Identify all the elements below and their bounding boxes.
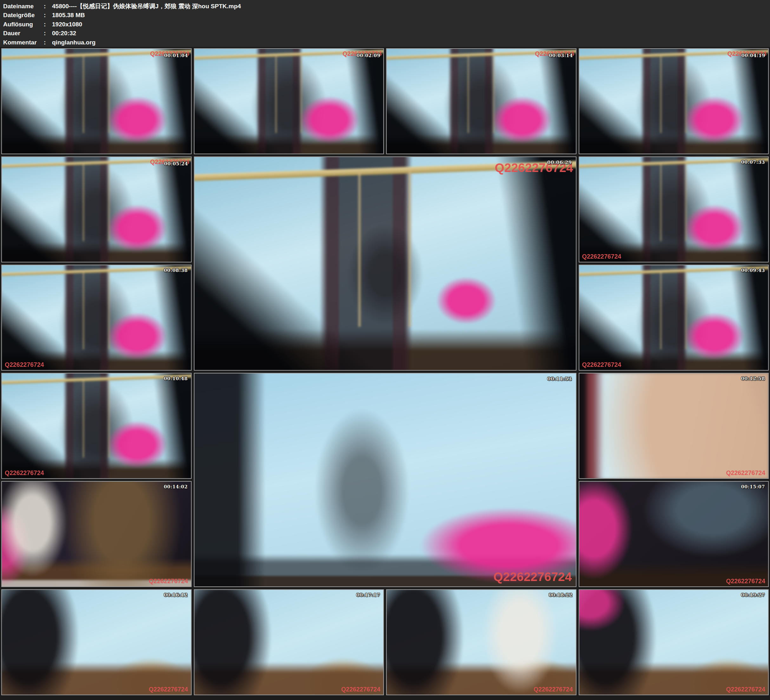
thumbnail: Q2262276724 00:17:17 (194, 589, 384, 695)
watermark-text: Q2262276724 (5, 469, 44, 476)
video-frame-placeholder (579, 48, 769, 154)
timestamp-overlay: 00:04:19 (741, 53, 765, 58)
timestamp-overlay: 00:10:48 (164, 376, 188, 381)
thumbnail-large: Q2262276724 00:11:53 (194, 373, 576, 587)
duration-value: 00:20:32 (52, 29, 76, 38)
thumbnail: Q2262276724 00:19:27 (579, 589, 769, 695)
field-label: Dateigröße (3, 11, 44, 19)
field-label: Auflösung (3, 20, 44, 29)
video-frame-placeholder (194, 373, 576, 587)
thumbnail: Q2262276724 00:18:22 (386, 589, 576, 695)
video-frame-placeholder (579, 265, 769, 371)
thumbnail: Q2262276724 00:14:02 (1, 481, 192, 587)
thumbnail: Q2262276724 00:04:19 (579, 48, 769, 154)
watermark-text: Q2262276724 (149, 686, 188, 693)
thumbnail: Q2262276724 00:09:43 (579, 265, 769, 371)
comment-value: qinglanhua.org (52, 38, 95, 47)
field-separator: : (44, 2, 52, 11)
video-frame-placeholder (386, 48, 576, 154)
thumbnail-grid: Q2262276724 00:01:04 Q2262276724 00:02:0… (1, 48, 769, 695)
field-separator: : (44, 29, 52, 38)
timestamp-overlay: 00:06:29 (547, 160, 572, 165)
field-label: Kommentar (3, 38, 44, 47)
thumbnail: Q2262276724 00:08:38 (1, 265, 192, 371)
thumbnail: Q2262276724 00:05:24 (1, 156, 192, 262)
video-frame-placeholder (194, 156, 576, 371)
video-frame-placeholder (194, 589, 384, 695)
video-frame-placeholder (579, 589, 769, 695)
file-info-header: Dateiname : 45800----【悦感日记】伪娘体验吊缚调J，郊狼 震… (0, 0, 770, 47)
resolution-value: 1920x1080 (52, 20, 82, 29)
timestamp-overlay: 00:02:09 (357, 53, 380, 58)
video-frame-placeholder (194, 48, 384, 154)
field-duration: Dauer : 00:20:32 (3, 29, 770, 38)
timestamp-overlay: 00:09:43 (741, 267, 765, 273)
video-frame-placeholder (1, 156, 192, 262)
watermark-text: Q2262276724 (341, 686, 380, 693)
thumbnail: Q2262276724 00:07:33 (579, 156, 769, 262)
timestamp-overlay: 00:18:22 (548, 592, 573, 598)
timestamp-overlay: 00:08:38 (164, 267, 188, 273)
thumbnail: Q2262276724 00:16:12 (1, 589, 192, 695)
thumbnail-large: Q2262276724 00:06:29 (194, 156, 576, 371)
timestamp-overlay: 00:19:27 (741, 592, 765, 598)
field-comment: Kommentar : qinglanhua.org (3, 38, 770, 47)
thumbnail: Q2262276724 00:10:48 (1, 373, 192, 479)
filename-value: 45800----【悦感日记】伪娘体验吊缚调J，郊狼 震动 深hou SPTK.… (52, 2, 241, 11)
watermark-text: Q2262276724 (582, 253, 621, 260)
field-resolution: Auflösung : 1920x1080 (3, 20, 770, 29)
watermark-text: Q2262276724 (149, 577, 188, 585)
watermark-text: Q2262276724 (726, 577, 765, 585)
watermark-text: Q2262276724 (582, 361, 621, 368)
video-frame-placeholder (1, 589, 192, 695)
watermark-text: Q2262276724 (5, 361, 44, 368)
timestamp-overlay: 00:16:12 (164, 592, 188, 598)
filesize-value: 1805.38 MB (52, 11, 85, 19)
video-frame-placeholder (1, 48, 192, 154)
timestamp-overlay: 00:17:17 (356, 592, 380, 598)
timestamp-overlay: 00:01:04 (164, 53, 188, 58)
video-frame-placeholder (1, 481, 192, 587)
video-frame-placeholder (1, 265, 192, 371)
thumbnail: Q2262276724 00:15:07 (579, 481, 769, 587)
timestamp-overlay: 00:07:33 (741, 159, 765, 165)
field-separator: : (44, 20, 52, 29)
video-frame-placeholder (579, 156, 769, 262)
video-frame-placeholder (386, 589, 576, 695)
field-separator: : (44, 38, 52, 47)
watermark-text: Q2262276724 (534, 686, 573, 693)
field-label: Dateiname (3, 2, 44, 11)
field-separator: : (44, 11, 52, 19)
watermark-text: Q2262276724 (726, 469, 765, 476)
field-label: Dauer (3, 29, 44, 38)
video-frame-placeholder (579, 373, 769, 479)
thumbnail: Q2262276724 00:02:09 (194, 48, 384, 154)
timestamp-overlay: 00:05:24 (164, 161, 188, 166)
timestamp-overlay: 00:11:53 (547, 376, 572, 382)
thumbnail: Q2262276724 00:01:04 (1, 48, 192, 154)
timestamp-overlay: 00:15:07 (741, 484, 765, 489)
watermark-text: Q2262276724 (726, 686, 765, 693)
timestamp-overlay: 00:14:02 (164, 484, 188, 489)
field-filename: Dateiname : 45800----【悦感日记】伪娘体验吊缚调J，郊狼 震… (3, 2, 770, 11)
watermark-text: Q2262276724 (493, 570, 572, 584)
timestamp-overlay: 00:03:14 (549, 53, 573, 58)
timestamp-overlay: 00:12:58 (741, 376, 765, 381)
thumbnail: Q2262276724 00:03:14 (386, 48, 576, 154)
video-frame-placeholder (579, 481, 769, 587)
video-frame-placeholder (1, 373, 192, 479)
thumbnail: Q2262276724 00:12:58 (579, 373, 769, 479)
field-filesize: Dateigröße : 1805.38 MB (3, 11, 770, 19)
